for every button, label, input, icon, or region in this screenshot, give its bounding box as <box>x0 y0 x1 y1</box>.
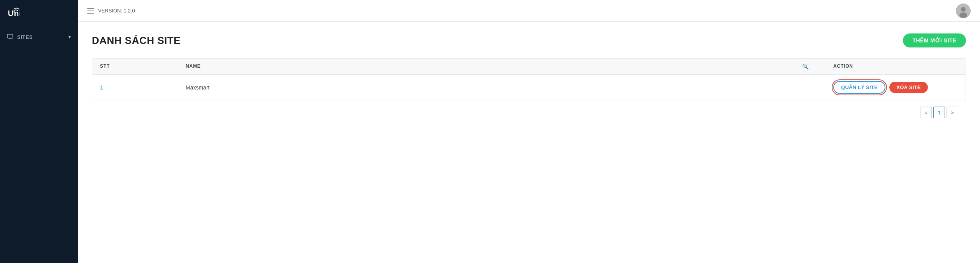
sidebar-item-label: SITES <box>17 34 33 40</box>
monitor-icon <box>7 34 13 40</box>
cell-index: 1 <box>100 84 186 91</box>
content-header: DANH SÁCH SITE THÊM MỚI SITE <box>92 33 966 47</box>
col-name: NAME <box>186 63 802 70</box>
avatar-icon <box>956 4 971 18</box>
topbar-left: VERSION: 1.2.0 <box>87 8 135 14</box>
search-icon[interactable]: 🔍 <box>802 63 809 70</box>
sites-table: STT NAME 🔍 ACTION 1 Maxsmart QUẢN LÝ SIT… <box>92 58 966 100</box>
sidebar-item-sites[interactable]: SITES ▾ <box>0 29 78 45</box>
content-area: DANH SÁCH SITE THÊM MỚI SITE STT NAME 🔍 … <box>78 22 980 263</box>
svg-text:UniFi: UniFi <box>8 9 20 18</box>
col-stt: STT <box>100 63 186 70</box>
sidebar: UniFi SITES ▾ <box>0 0 78 263</box>
delete-site-button[interactable]: XÓA SITE <box>889 82 928 93</box>
pagination-current[interactable]: 1 <box>933 107 945 118</box>
main-area: VERSION: 1.2.0 DANH SÁCH SITE THÊM MỚI S… <box>78 0 980 263</box>
svg-point-1 <box>13 11 14 12</box>
cell-name: Maxsmart <box>186 84 802 91</box>
sidebar-nav: SITES ▾ <box>0 29 78 45</box>
hamburger-icon <box>87 8 94 14</box>
page-title: DANH SÁCH SITE <box>92 35 181 47</box>
version-label: VERSION: 1.2.0 <box>98 8 135 14</box>
col-search: 🔍 <box>802 63 833 70</box>
pagination: < 1 > <box>92 100 966 120</box>
unifi-logo-icon: UniFi <box>8 7 20 18</box>
add-site-button[interactable]: THÊM MỚI SITE <box>903 33 966 47</box>
topbar-right <box>956 4 971 18</box>
topbar: VERSION: 1.2.0 <box>78 0 980 22</box>
avatar[interactable] <box>956 4 971 18</box>
table-row: 1 Maxsmart QUẢN LÝ SITE XÓA SITE <box>92 75 966 100</box>
col-action: ACTION <box>833 63 958 70</box>
chevron-down-icon: ▾ <box>68 35 71 40</box>
pagination-next[interactable]: > <box>947 107 958 118</box>
manage-site-button[interactable]: QUẢN LÝ SITE <box>833 81 885 94</box>
pagination-prev[interactable]: < <box>920 107 932 118</box>
sidebar-logo: UniFi <box>0 0 78 25</box>
svg-point-7 <box>959 12 967 18</box>
svg-point-6 <box>961 7 966 12</box>
unifi-logo: UniFi <box>8 7 70 18</box>
action-buttons: QUẢN LÝ SITE XÓA SITE <box>833 81 958 94</box>
table-header: STT NAME 🔍 ACTION <box>92 59 966 75</box>
svg-rect-2 <box>7 34 13 38</box>
